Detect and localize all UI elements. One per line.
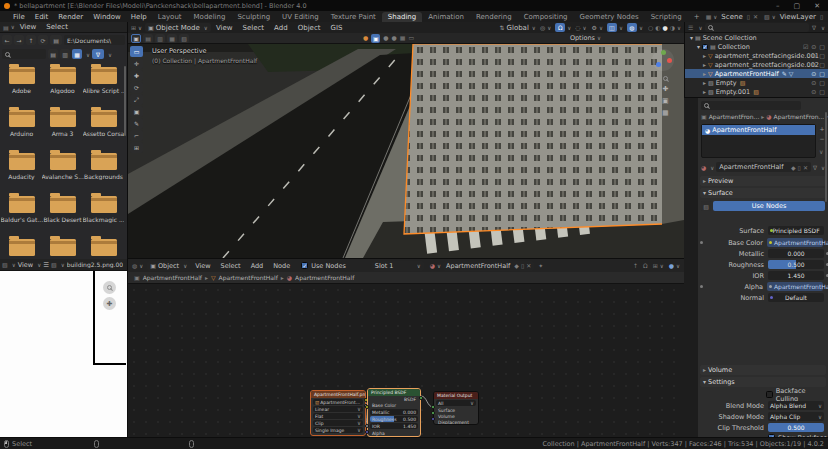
- mode-dropdown[interactable]: ▣Object Mode: [145, 23, 211, 32]
- tool-option-icon[interactable]: ▤: [143, 34, 153, 43]
- tool-measure[interactable]: ⌐: [130, 130, 143, 141]
- hide-eye-icon[interactable]: ⊙: [811, 52, 816, 59]
- menu-render[interactable]: Render: [53, 13, 88, 21]
- breadcrumb-object[interactable]: ApartmentFrontHalf: [143, 274, 202, 281]
- outliner-row-scene-collection[interactable]: ▤Scene Collection: [685, 33, 828, 42]
- tool-option-icon[interactable]: ▦: [167, 34, 177, 43]
- material-slot-list[interactable]: ◕ ApartmentFrontHalf: [701, 124, 816, 158]
- tool-cursor[interactable]: ✛: [130, 58, 143, 69]
- roughness-slider[interactable]: 0.500: [768, 260, 824, 269]
- viewport-menu-gis[interactable]: GIS: [325, 24, 347, 32]
- maximize-button[interactable]: ▢: [794, 2, 801, 10]
- new-material-icon[interactable]: ▯: [521, 262, 524, 269]
- menu-help[interactable]: Help: [126, 13, 152, 21]
- tool-option-icon[interactable]: ▧: [179, 34, 189, 43]
- preview-shading-icon[interactable]: ●: [669, 262, 680, 269]
- refresh-icon[interactable]: ⟳: [38, 35, 48, 45]
- blend-mode-dropdown[interactable]: Alpha Blend: [768, 401, 824, 410]
- surface-shader-dropdown[interactable]: Principled BSDF: [768, 226, 824, 235]
- shading-wireframe-icon[interactable]: ○: [648, 24, 653, 31]
- outliner-row-mesh-2[interactable]: ▽apartment_streetfacingside.002 ⊙▢: [685, 60, 828, 69]
- workspace-tab-layout[interactable]: Layout: [152, 12, 188, 22]
- shading-material-icon[interactable]: ●: [662, 24, 667, 31]
- display-horizontal-list-icon[interactable]: ▥: [60, 49, 70, 59]
- outliner-row-selected[interactable]: ▽ApartmentFrontHalf ✎ ▽ ⊙▢: [685, 69, 828, 78]
- shading-solid-icon[interactable]: ◐: [655, 24, 660, 31]
- workspace-tab-texture-paint[interactable]: Texture Paint: [325, 12, 382, 22]
- normal-field[interactable]: Default: [768, 293, 824, 302]
- outliner-row-empty-2[interactable]: ▧Empty.001 ▧ ⊙▢: [685, 87, 828, 96]
- alpha-field[interactable]: ApartmentFrontHalf.p...: [767, 282, 823, 291]
- bsdf-metallic-field[interactable]: Metallic0.000: [370, 409, 418, 415]
- add-workspace-button[interactable]: +: [688, 12, 706, 22]
- socket-volume-in[interactable]: [431, 411, 435, 415]
- node-material-output[interactable]: Material Output All Surface Volume Displ…: [433, 391, 479, 425]
- file-browser-menu-select[interactable]: Select: [41, 23, 73, 31]
- workspace-tab-animation[interactable]: Animation: [422, 12, 470, 22]
- outliner-filter-icon[interactable]: ∇: [812, 24, 816, 31]
- viewport-canvas[interactable]: ▭ ✛ ✚ ⟳ ⤢ ▣ ✎ ⌐ ⊞ User Perspective (0) C…: [128, 44, 684, 258]
- overlap-icon[interactable]: ⊞: [653, 262, 664, 269]
- filter-settings-dropdown[interactable]: [106, 50, 112, 59]
- exclude-checkbox-icon[interactable]: ☑: [803, 43, 808, 50]
- node-image-texture[interactable]: ApartmentFrontHalf.png ▧ApartmentFront..…: [310, 390, 366, 436]
- zoom-icon[interactable]: [662, 76, 669, 81]
- image-node-projection[interactable]: Flat: [313, 413, 363, 419]
- file-search-input[interactable]: [2, 49, 46, 59]
- folder-item[interactable]: [1, 236, 43, 259]
- hide-eye-icon[interactable]: ⊙: [811, 61, 816, 68]
- folder-item[interactable]: Avalanche S...: [42, 150, 84, 193]
- zoom-gizmo-icon[interactable]: [103, 281, 116, 294]
- tool-select-box[interactable]: ▭: [130, 46, 143, 57]
- pan-hand-icon[interactable]: ✚: [662, 85, 669, 93]
- workspace-tab-compositing[interactable]: Compositing: [518, 12, 574, 22]
- tool-option-icon[interactable]: ▥: [155, 34, 165, 43]
- viewport-menu-add[interactable]: Add: [269, 24, 293, 32]
- shader-menu-select[interactable]: Select: [216, 262, 246, 270]
- disable-render-icon[interactable]: ▢: [819, 52, 825, 59]
- tool-annotate[interactable]: ✎: [130, 118, 143, 129]
- filter-toggle-icon[interactable]: ∇: [92, 49, 104, 59]
- breadcrumb-material[interactable]: ApartmentFrontHalf: [295, 274, 354, 281]
- sphere-icon[interactable]: ●: [383, 34, 388, 43]
- use-nodes-checkbox[interactable]: ✓: [301, 262, 308, 269]
- fake-user-shield-icon[interactable]: ◆: [791, 164, 796, 171]
- panel-settings[interactable]: Settings: [700, 377, 826, 387]
- folder-item[interactable]: Algodoo: [42, 64, 84, 107]
- sphere-icon[interactable]: ●: [392, 34, 397, 43]
- material-slot-selected[interactable]: ◕ ApartmentFrontHalf: [702, 125, 815, 135]
- file-browser-menu-view[interactable]: View: [15, 23, 42, 31]
- file-browser-scrollbar[interactable]: [124, 66, 126, 136]
- shader-type-dropdown[interactable]: ▣Object: [147, 261, 190, 271]
- minimize-button[interactable]: –: [776, 2, 780, 10]
- viewport-menu-select[interactable]: Select: [238, 24, 270, 32]
- panel-surface[interactable]: Surface: [700, 188, 826, 198]
- tool-transform[interactable]: ▣: [130, 106, 143, 117]
- viewlayer-new-icon[interactable]: ▯: [820, 13, 823, 20]
- tool-move[interactable]: ✚: [130, 70, 143, 81]
- use-nodes-button[interactable]: Use Nodes: [713, 201, 825, 211]
- disable-render-icon[interactable]: ▢: [819, 43, 825, 50]
- socket-alpha-in[interactable]: [365, 424, 369, 428]
- xray-icon[interactable]: ◍: [627, 23, 637, 32]
- disable-render-icon[interactable]: ▢: [819, 88, 825, 95]
- shading-dropdown[interactable]: [675, 24, 681, 32]
- menu-window[interactable]: Window: [88, 13, 126, 21]
- copy-material-icon[interactable]: ▯: [798, 164, 801, 171]
- properties-scrollbar[interactable]: [825, 112, 827, 202]
- socket-displacement-in[interactable]: [431, 417, 435, 421]
- material-sphere-icon[interactable]: ◕: [701, 164, 706, 171]
- socket-base-color-in[interactable]: [365, 405, 369, 409]
- viewlayer-name[interactable]: ViewLayer: [780, 13, 816, 21]
- folder-item[interactable]: [83, 236, 125, 259]
- outliner-row-mesh-1[interactable]: ▽apartment_streetfacingside.001 ⊙▢: [685, 51, 828, 60]
- shader-menu-node[interactable]: Node: [268, 262, 295, 270]
- socket-bsdf-out[interactable]: [419, 396, 423, 400]
- workspace-tab-uv-editing[interactable]: UV Editing: [276, 12, 325, 22]
- workspace-tab-modeling[interactable]: Modeling: [188, 12, 232, 22]
- scene-name[interactable]: Scene: [721, 13, 742, 21]
- image-editor-menu-view[interactable]: View: [18, 261, 33, 269]
- snap-node-icon[interactable]: Ω: [643, 262, 648, 269]
- image-node-interpolation[interactable]: Linear: [313, 406, 363, 412]
- image-editor-type-icon[interactable]: ▧: [2, 261, 8, 268]
